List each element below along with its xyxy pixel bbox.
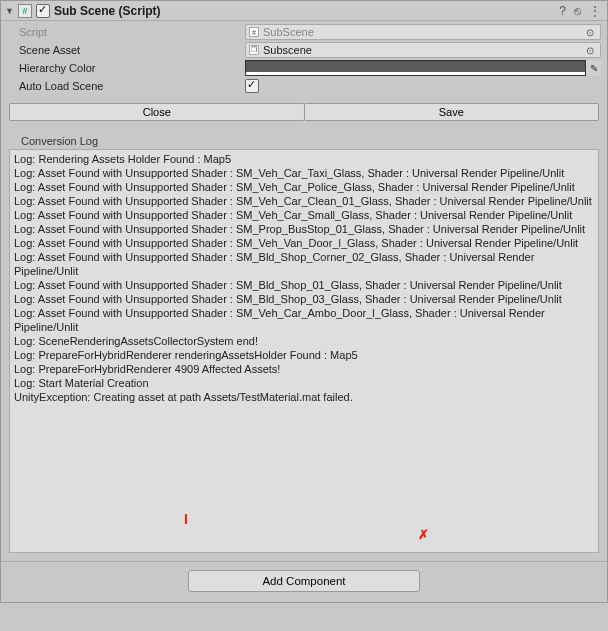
preset-icon[interactable]: ⎋ [572,4,583,18]
close-button[interactable]: Close [9,103,305,121]
save-button[interactable]: Save [304,103,600,121]
csharp-icon: # [249,27,259,37]
properties-panel: Script # SubScene ⊙ Scene Asset ❒ Subsce… [1,21,607,101]
log-line: Log: Start Material Creation [14,376,594,390]
object-picker-icon[interactable]: ⊙ [583,45,597,56]
log-line: Log: Asset Found with Unsupported Shader… [14,180,594,194]
script-icon: # [18,4,32,18]
log-line: Log: Asset Found with Unsupported Shader… [14,250,594,278]
footer: Add Component [1,564,607,602]
log-line: Log: Asset Found with Unsupported Shader… [14,236,594,250]
component-title: Sub Scene (Script) [54,4,161,18]
script-label: Script [19,26,241,38]
hierarchy-color-label: Hierarchy Color [19,62,241,74]
log-line: Log: SceneRenderingAssetsCollectorSystem… [14,334,594,348]
log-line: Log: Asset Found with Unsupported Shader… [14,278,594,292]
context-menu-icon[interactable]: ⋮ [587,4,603,18]
component-header[interactable]: ▼ # Sub Scene (Script) ? ⎋ ⋮ [1,1,607,21]
hierarchy-color-field[interactable]: ✎ [245,60,601,76]
log-line: Log: PrepareForHybridRenderer renderingA… [14,348,594,362]
scene-asset-field[interactable]: ❒ Subscene ⊙ [245,42,601,58]
log-line: UnityException: Creating asset at path A… [14,390,594,404]
hierarchy-color-row: Hierarchy Color ✎ [19,59,601,77]
object-picker-icon: ⊙ [583,27,597,38]
script-value: SubScene [263,26,314,38]
scene-icon: ❒ [249,45,259,55]
auto-load-row: Auto Load Scene [19,77,601,95]
help-icon[interactable]: ? [557,4,568,18]
log-line: Log: Asset Found with Unsupported Shader… [14,222,594,236]
log-line: Log: PrepareForHybridRenderer 4909 Affec… [14,362,594,376]
subscene-component: ▼ # Sub Scene (Script) ? ⎋ ⋮ Script # Su… [0,0,608,603]
scene-asset-row: Scene Asset ❒ Subscene ⊙ [19,41,601,59]
button-row: Close Save [1,101,607,129]
log-line: Log: Asset Found with Unsupported Shader… [14,194,594,208]
annotation-mark: I [184,512,188,526]
script-row: Script # SubScene ⊙ [19,23,601,41]
scene-asset-label: Scene Asset [19,44,241,56]
auto-load-label: Auto Load Scene [19,80,241,92]
alpha-bar [246,72,600,75]
annotation-mark: ✗ [418,528,429,542]
auto-load-checkbox[interactable] [245,79,259,93]
divider [1,561,607,562]
add-component-button[interactable]: Add Component [188,570,420,592]
conversion-log-label: Conversion Log [1,129,607,149]
enable-checkbox[interactable] [36,4,50,18]
log-line: Log: Asset Found with Unsupported Shader… [14,292,594,306]
script-field: # SubScene ⊙ [245,24,601,40]
log-line: Log: Asset Found with Unsupported Shader… [14,208,594,222]
scene-asset-value: Subscene [263,44,312,56]
eyedropper-icon[interactable]: ✎ [585,60,601,76]
conversion-log[interactable]: Log: Rendering Assets Holder Found : Map… [9,149,599,553]
log-line: Log: Rendering Assets Holder Found : Map… [14,152,594,166]
foldout-icon[interactable]: ▼ [5,6,14,16]
log-line: Log: Asset Found with Unsupported Shader… [14,166,594,180]
log-line: Log: Asset Found with Unsupported Shader… [14,306,594,334]
